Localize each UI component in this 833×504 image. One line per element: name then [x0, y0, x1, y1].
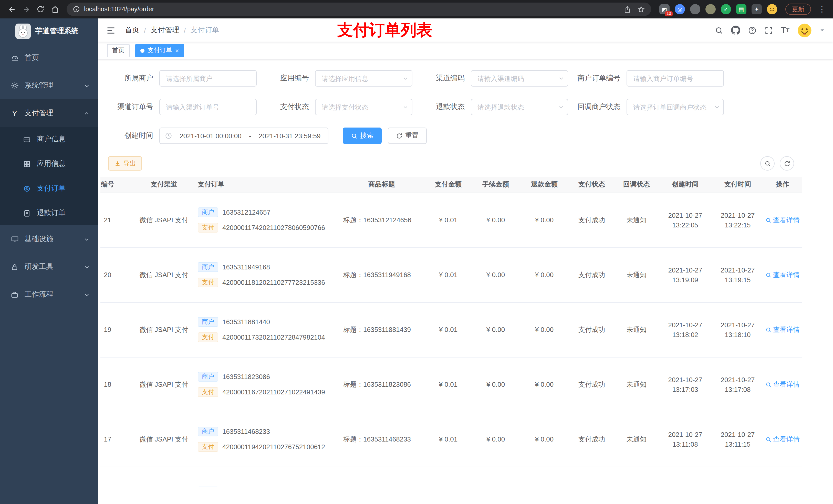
browser-menu-icon[interactable]: ⋮: [816, 5, 828, 14]
active-tab-dot: [140, 48, 144, 52]
extension-icon[interactable]: ◩ 10: [659, 4, 670, 14]
cell-status: 支付成功: [569, 357, 615, 412]
browser-back-icon[interactable]: [5, 3, 19, 16]
cell-create-time: 2021-10-2713:11:08: [658, 412, 712, 466]
view-detail-link[interactable]: 查看详情: [765, 325, 800, 334]
cell-create-time: 2021-10-2713:19:09: [658, 247, 712, 302]
pay-order-table: 编号 支付渠道 支付订单 商品标题 支付金额 手续金额 退款金额 支付状态 回调…: [100, 177, 802, 487]
help-icon[interactable]: [748, 26, 757, 34]
sidebar-item-merchant-info[interactable]: 商户信息: [0, 127, 98, 152]
breadcrumb-home[interactable]: 首页: [125, 26, 139, 35]
view-detail-link[interactable]: 查看详情: [765, 215, 800, 224]
extension-icon[interactable]: ✓: [721, 4, 731, 14]
channel-code-select[interactable]: [471, 70, 568, 87]
sidebar-item-label: 研发工具: [25, 262, 53, 271]
merchant-order-no: 1635311881440: [222, 318, 270, 326]
cell-pay-time: 2021-10-2713:11:15: [712, 412, 763, 466]
sidebar-item-infrastructure[interactable]: 基础设施: [0, 225, 98, 253]
lock-icon: [10, 263, 19, 271]
fullscreen-icon[interactable]: [765, 26, 773, 34]
search-icon[interactable]: [715, 26, 723, 34]
view-detail-link[interactable]: 查看详情: [765, 380, 800, 389]
cell-order: 商户 1635311857867: [195, 466, 338, 487]
date-end-input[interactable]: [254, 132, 325, 140]
filter-label: 创建时间: [108, 131, 159, 140]
font-size-icon[interactable]: TT: [781, 26, 789, 35]
filter-app: 应用编号: [264, 70, 412, 87]
extension-icon[interactable]: ◎: [675, 4, 685, 14]
merchant-select[interactable]: [159, 70, 257, 87]
sidebar-item-dev-tools[interactable]: 研发工具: [0, 253, 98, 281]
cell-amount: ¥ 0.01: [425, 302, 471, 357]
sidebar-item-label: 首页: [25, 53, 39, 63]
cell-status: [569, 466, 615, 487]
github-icon[interactable]: [731, 26, 740, 35]
browser-forward-icon[interactable]: [20, 3, 33, 16]
tab-label: 支付订单: [147, 46, 172, 55]
cell-create-time: 2021-10-2713:22:05: [658, 193, 712, 247]
app-select[interactable]: [315, 70, 412, 87]
refresh-table-button[interactable]: [780, 156, 794, 171]
site-info-icon[interactable]: [73, 6, 80, 13]
cell-refund: ¥ 0.00: [520, 412, 569, 466]
create-time-range[interactable]: -: [159, 127, 328, 144]
pay-tag: 支付: [198, 332, 218, 342]
notify-status-select[interactable]: [626, 99, 724, 115]
table-row: 21 微信 JSAPI 支付 商户 1635312124657 支付 42000…: [100, 193, 802, 247]
sidebar-item-pay-order[interactable]: 支付订单: [0, 176, 98, 201]
profile-avatar-icon[interactable]: [767, 4, 777, 14]
browser-refresh-icon[interactable]: [34, 3, 47, 16]
avatar[interactable]: [797, 23, 812, 38]
sidebar-item-home[interactable]: 首页: [0, 44, 98, 72]
sidebar-item-refund-order[interactable]: 退款订单: [0, 201, 98, 225]
channel-order-no-input[interactable]: [159, 99, 257, 115]
breadcrumb-section[interactable]: 支付管理: [151, 26, 179, 35]
toggle-search-button[interactable]: [760, 156, 775, 171]
extension-icon[interactable]: ▤: [736, 4, 746, 14]
close-tab-icon[interactable]: ×: [175, 47, 179, 53]
filter-channel-order-no: 渠道订单号: [108, 99, 257, 115]
target-icon: [23, 185, 31, 192]
browser-home-icon[interactable]: [48, 3, 62, 16]
bookmark-star-icon[interactable]: [637, 5, 645, 13]
cell-amount: ¥ 0.01: [425, 412, 471, 466]
browser-extensions: ◩ 10 ◎ ✓ ▤ ✦: [656, 4, 780, 14]
sidebar-item-payment[interactable]: ¥ 支付管理: [0, 99, 98, 127]
chevron-down-icon: [84, 264, 90, 270]
refund-status-select[interactable]: [471, 99, 568, 115]
sidebar-item-app-info[interactable]: 应用信息: [0, 152, 98, 176]
sidebar-item-workflow[interactable]: 工作流程: [0, 281, 98, 308]
cell-status: 支付成功: [569, 247, 615, 302]
col-id: 编号: [100, 177, 133, 193]
merchant-order-no-input[interactable]: [626, 70, 724, 87]
export-button[interactable]: 导出: [108, 156, 142, 171]
browser-update-button[interactable]: 更新: [785, 4, 811, 15]
address-bar[interactable]: localhost:1024/pay/order: [67, 3, 651, 16]
cell-channel: 微信 JSAPI 支付: [133, 247, 195, 302]
extension-icon[interactable]: [690, 4, 700, 14]
sidebar-item-system[interactable]: 系统管理: [0, 72, 98, 99]
view-detail-link[interactable]: 查看详情: [765, 435, 800, 444]
reset-button-label: 重置: [405, 131, 419, 140]
url-text[interactable]: localhost:1024/pay/order: [84, 6, 154, 13]
extension-icon[interactable]: [706, 4, 716, 14]
sidebar-item-label: 支付订单: [37, 184, 66, 193]
screen: localhost:1024/pay/order ◩ 10 ◎ ✓ ▤ ✦: [0, 0, 833, 504]
reset-button[interactable]: 重置: [388, 127, 427, 144]
logo-image: [15, 24, 31, 39]
caret-down-icon[interactable]: [820, 28, 825, 33]
extension-icon[interactable]: ✦: [752, 4, 762, 14]
table-header-row: 编号 支付渠道 支付订单 商品标题 支付金额 手续金额 退款金额 支付状态 回调…: [100, 177, 802, 193]
merchant-order-no: 1635311949168: [222, 263, 270, 271]
date-start-input[interactable]: [175, 132, 246, 140]
share-icon[interactable]: [623, 5, 631, 13]
cell-action: 查看详情: [763, 466, 802, 487]
cell-title: 标题：1635312124656: [338, 193, 425, 247]
pay-status-select[interactable]: [315, 99, 412, 115]
hamburger-icon[interactable]: [106, 25, 116, 35]
search-button[interactable]: 搜索: [343, 127, 382, 144]
tab-pay-order[interactable]: 支付订单 ×: [135, 44, 184, 57]
cell-title: 标题：1635311949168: [338, 247, 425, 302]
tab-home[interactable]: 首页: [107, 44, 129, 57]
view-detail-link[interactable]: 查看详情: [765, 270, 800, 280]
